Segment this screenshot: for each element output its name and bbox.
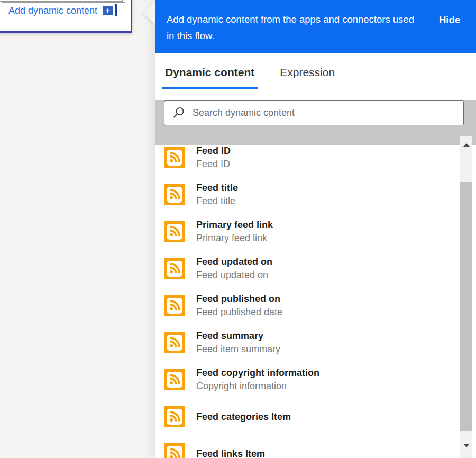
- rss-icon: [164, 443, 185, 458]
- item-subtitle: Copyright information: [196, 380, 319, 392]
- add-dynamic-content-control: Add dynamic content +: [8, 4, 117, 17]
- panel-header: Add dynamic content from the apps and co…: [155, 0, 476, 53]
- search-input[interactable]: [193, 103, 463, 124]
- hide-button[interactable]: Hide: [439, 14, 460, 53]
- scroll-thumb[interactable]: [460, 182, 472, 431]
- item-title: Feed summary: [196, 330, 280, 342]
- screen: Add dynamic content + Add dynamic conten…: [0, 0, 476, 458]
- item-subtitle: Feed updated on: [196, 269, 272, 281]
- callout-pointer: [143, 2, 155, 24]
- list-scrollbar[interactable]: [460, 136, 472, 458]
- search-band: [155, 100, 476, 145]
- item-subtitle: Feed ID: [196, 158, 231, 170]
- item-subtitle: Feed title: [196, 195, 238, 207]
- scroll-down-icon: [463, 444, 470, 447]
- panel-header-message: Add dynamic content from the apps and co…: [167, 11, 419, 53]
- list-item-feed-links-item[interactable]: Feed links Item: [164, 435, 451, 458]
- tab-expression[interactable]: Expression: [277, 53, 338, 92]
- list-item-primary-feed-link[interactable]: Primary feed linkPrimary feed link: [164, 213, 451, 250]
- list-item-feed-copyright-information[interactable]: Feed copyright informationCopyright info…: [164, 361, 451, 398]
- search-icon: [171, 106, 185, 120]
- input-field-edge: [2, 2, 125, 3]
- item-subtitle: Feed published date: [196, 306, 282, 318]
- item-title: Feed published on: [196, 293, 282, 305]
- dynamic-content-list: Feed IDFeed ID Feed titleFeed title Prim…: [155, 145, 460, 458]
- list-item-feed-published-on[interactable]: Feed published onFeed published date: [164, 287, 451, 324]
- list-item-feed-id[interactable]: Feed IDFeed ID: [164, 145, 451, 176]
- scroll-down-button[interactable]: [460, 440, 472, 451]
- input-field-corner: [122, 0, 123, 3]
- item-title: Feed links Item: [196, 448, 265, 458]
- text-cursor-icon: [115, 4, 117, 16]
- list-item-feed-categories-item[interactable]: Feed categories Item: [164, 398, 451, 435]
- rss-icon: [164, 369, 185, 390]
- rss-icon: [164, 258, 185, 279]
- input-field-bottom-edge: [0, 1, 123, 2]
- item-title: Feed ID: [196, 145, 231, 157]
- item-title: Feed updated on: [196, 256, 272, 268]
- rss-icon: [164, 221, 185, 242]
- item-title: Primary feed link: [196, 219, 273, 231]
- item-title: Feed copyright information: [196, 367, 319, 379]
- search-box[interactable]: [164, 100, 464, 125]
- scroll-up-icon: [463, 143, 470, 147]
- scroll-up-button[interactable]: [460, 140, 472, 150]
- rss-icon: [164, 147, 185, 168]
- list-item-feed-summary[interactable]: Feed summaryFeed item summary: [164, 324, 451, 361]
- rss-icon: [164, 406, 185, 427]
- rss-icon: [164, 295, 185, 316]
- rss-icon: [164, 332, 185, 353]
- tab-dynamic-content[interactable]: Dynamic content: [162, 53, 258, 92]
- item-subtitle: Feed item summary: [196, 343, 280, 355]
- panel-tabs: Dynamic content Expression: [155, 53, 476, 92]
- add-dynamic-content-link[interactable]: Add dynamic content: [8, 5, 97, 16]
- item-title: Feed title: [196, 182, 238, 194]
- dynamic-content-panel: Add dynamic content from the apps and co…: [155, 0, 476, 458]
- rss-icon: [164, 184, 185, 205]
- plus-icon[interactable]: +: [103, 6, 113, 15]
- list-item-feed-title[interactable]: Feed titleFeed title: [164, 176, 451, 213]
- item-subtitle: Primary feed link: [196, 232, 273, 244]
- item-title: Feed categories Item: [196, 411, 291, 423]
- list-item-feed-updated-on[interactable]: Feed updated onFeed updated on: [164, 250, 451, 287]
